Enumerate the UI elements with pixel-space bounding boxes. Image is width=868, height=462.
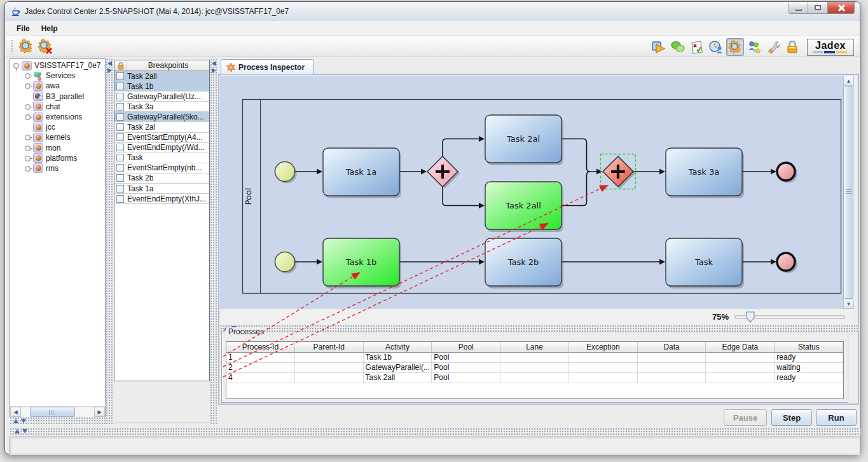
zoom-slider-thumb[interactable]: [747, 312, 754, 322]
scroll-down-icon[interactable]: ▼: [843, 299, 854, 309]
diagram-vertical-scrollbar[interactable]: ▲ ▼: [843, 76, 853, 309]
menu-file[interactable]: File: [11, 22, 36, 35]
start-event-2[interactable]: [275, 252, 295, 272]
expand-toggle-icon[interactable]: [24, 72, 32, 79]
security-icon[interactable]: [745, 38, 763, 56]
tree-breakpoints-splitter[interactable]: [106, 58, 114, 425]
breakpoint-checkbox[interactable]: [116, 103, 124, 111]
expand-toggle-icon[interactable]: [24, 113, 32, 121]
column-header-parent-id[interactable]: Parent-Id: [295, 342, 364, 353]
minimize-button[interactable]: [789, 2, 808, 14]
breakpoint-checkbox[interactable]: [116, 113, 124, 121]
step-button[interactable]: Step: [771, 409, 812, 426]
column-header-exception[interactable]: Exception: [569, 342, 638, 353]
breakpoints-table-header[interactable]: Breakpoints: [114, 60, 209, 71]
expand-toggle-icon[interactable]: [24, 165, 32, 172]
tree-item-services[interactable]: Services: [10, 71, 105, 81]
processes-table[interactable]: Process-IdParent-IdActivityPoolLaneExcep…: [226, 341, 844, 399]
breakpoint-row[interactable]: GatewayParallel(5ko...: [114, 112, 209, 122]
breakpoint-row[interactable]: EventStartEmpty(A4...: [114, 133, 209, 143]
splitter-collapse-left-icon[interactable]: [107, 61, 112, 66]
tree-item-jcc[interactable]: jcc: [10, 122, 105, 132]
splitter-collapse-up-icon[interactable]: [13, 419, 18, 423]
breakpoint-checkbox[interactable]: [116, 185, 124, 193]
breakpoint-row[interactable]: Task 1a: [114, 184, 209, 194]
splitter-collapse-right-icon[interactable]: [212, 68, 216, 73]
tree-item-awa[interactable]: awa: [10, 81, 105, 91]
breakpoint-checkbox[interactable]: [116, 93, 124, 100]
gear-magnifier-icon[interactable]: [17, 37, 35, 55]
scroll-thumb[interactable]: [843, 86, 853, 299]
breakpoint-checkbox[interactable]: [116, 195, 124, 203]
tree-item-extensions[interactable]: extensions: [10, 112, 105, 122]
menu-help[interactable]: Help: [36, 22, 64, 35]
scroll-up-icon[interactable]: ▲: [843, 76, 854, 86]
conversation-icon[interactable]: [669, 38, 687, 56]
run-button[interactable]: Run: [816, 409, 857, 426]
breakpoints-column-header[interactable]: Breakpoints: [127, 60, 209, 71]
expand-toggle-icon[interactable]: [13, 62, 21, 69]
test-center-icon[interactable]: [688, 38, 706, 56]
column-header-pool[interactable]: Pool: [432, 342, 500, 353]
tab-process-inspector[interactable]: Process Inspector: [221, 59, 314, 74]
scroll-left-icon[interactable]: ◀: [10, 407, 21, 417]
jadex-logo-button[interactable]: Jadex: [807, 39, 854, 56]
lock-column-header[interactable]: [114, 60, 127, 71]
breakpoint-row[interactable]: Task 2al: [114, 122, 209, 132]
close-button[interactable]: [828, 2, 855, 14]
scroll-thumb[interactable]: [30, 407, 75, 417]
expand-toggle-icon[interactable]: [24, 82, 32, 90]
tree-item-kernels[interactable]: kernels: [10, 132, 105, 142]
tree-item-vsisstaff17-0e7[interactable]: VSISSTAFF17_0e7: [10, 60, 105, 71]
diagram-processes-splitter[interactable]: [220, 325, 858, 332]
breakpoint-row[interactable]: Task: [114, 153, 209, 163]
breakpoint-checkbox[interactable]: [116, 72, 124, 80]
column-header-status[interactable]: Status: [775, 342, 843, 353]
breakpoint-checkbox[interactable]: [116, 133, 124, 141]
tree-item-mon[interactable]: mon: [10, 143, 105, 153]
breakpoint-checkbox[interactable]: [116, 144, 124, 151]
tree-item-chat[interactable]: chat: [10, 102, 105, 112]
library-icon[interactable]: [783, 38, 801, 56]
splitter-collapse-right-icon[interactable]: [107, 68, 112, 73]
tree-horizontal-scrollbar[interactable]: ◀ ▶: [10, 406, 105, 417]
debugger-icon[interactable]: [726, 38, 744, 56]
breakpoint-checkbox[interactable]: [116, 164, 124, 172]
processes-table-header[interactable]: Process-IdParent-IdActivityPoolLaneExcep…: [226, 342, 843, 353]
breakpoint-checkbox[interactable]: [116, 123, 124, 131]
bpmn-diagram-canvas[interactable]: Pool: [220, 76, 843, 309]
breakpoint-checkbox[interactable]: [116, 83, 124, 90]
awareness-icon[interactable]: [707, 38, 725, 56]
column-header-edge-data[interactable]: Edge Data: [706, 342, 775, 353]
splitter-collapse-up-icon[interactable]: [15, 429, 20, 433]
breakpoint-row[interactable]: Task 1b: [114, 81, 209, 92]
start-event-1[interactable]: [275, 162, 295, 182]
process-row[interactable]: 2GatewayParallel(...Poolwaiting: [226, 363, 843, 373]
expand-toggle-icon[interactable]: [24, 103, 32, 111]
breakpoint-checkbox[interactable]: [116, 174, 124, 182]
tree-item-platforms[interactable]: platforms: [10, 153, 105, 163]
breakpoint-row[interactable]: Task 2b: [114, 173, 209, 184]
process-row[interactable]: 1Task 1bPoolready: [226, 353, 843, 363]
zoom-slider[interactable]: [734, 311, 847, 323]
splitter-collapse-left-icon[interactable]: [212, 61, 216, 66]
expand-toggle-icon[interactable]: [24, 144, 32, 152]
splitter-collapse-down-icon[interactable]: [21, 419, 26, 423]
gear-magnifier-remove-icon[interactable]: [36, 37, 54, 55]
tree-bottom-splitter[interactable]: [10, 417, 106, 425]
tree-item-b3-parallel[interactable]: B3_parallel: [10, 92, 105, 102]
breakpoint-row[interactable]: EventEndEmpty(XthJ...: [114, 194, 209, 204]
column-header-lane[interactable]: Lane: [500, 342, 569, 353]
breakpoint-checkbox[interactable]: [116, 154, 124, 161]
starter-icon[interactable]: [650, 38, 668, 56]
tree-item-rms[interactable]: rms: [10, 163, 105, 173]
column-header-data[interactable]: Data: [638, 342, 706, 353]
column-header-activity[interactable]: Activity: [364, 342, 432, 353]
breakpoint-row[interactable]: Task 2all: [114, 71, 209, 81]
scroll-right-icon[interactable]: ▶: [94, 407, 105, 417]
toolbar-grip[interactable]: [11, 39, 14, 53]
restore-button[interactable]: [808, 2, 828, 14]
breakpoint-row[interactable]: GatewayParallel(Uz...: [114, 92, 209, 102]
pause-button[interactable]: Pause: [724, 409, 767, 426]
breakpoints-inspector-splitter[interactable]: [210, 58, 218, 425]
